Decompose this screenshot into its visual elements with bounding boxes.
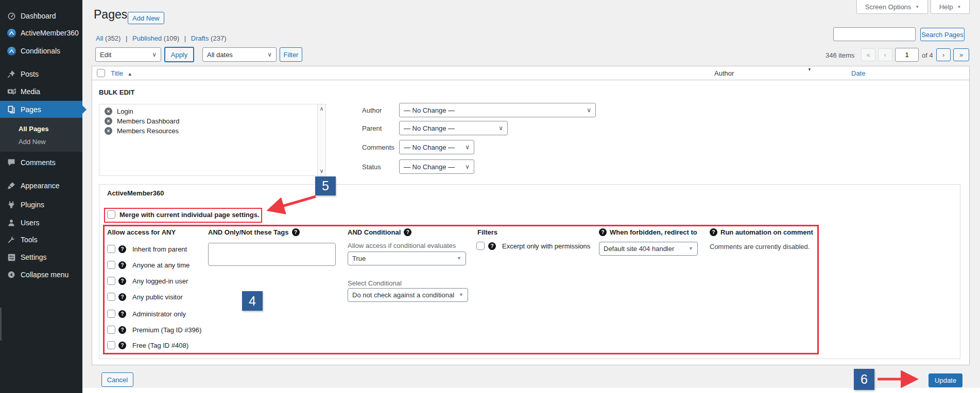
sidebar-item-label: Appearance	[21, 182, 60, 190]
sidebar-item-settings[interactable]: Settings	[0, 249, 82, 265]
help-icon[interactable]: ?	[404, 228, 411, 236]
tags-textarea[interactable]	[208, 243, 336, 266]
sidebar-item-appearance[interactable]: Appearance	[0, 178, 82, 193]
chevron-down-icon: ∨	[587, 107, 591, 113]
add-new-button[interactable]: Add New	[128, 12, 164, 24]
footer-strip	[82, 388, 980, 393]
access-option-checkbox[interactable]	[107, 341, 115, 349]
access-option-checkbox[interactable]	[107, 326, 115, 334]
access-option-checkbox[interactable]	[107, 261, 115, 269]
annotation-badge-4: 4	[242, 291, 263, 311]
access-option-checkbox[interactable]	[107, 277, 115, 285]
current-page-input[interactable]	[895, 48, 919, 62]
annotation-badge-5: 5	[315, 176, 336, 195]
view-link-all[interactable]: All (352)	[96, 34, 121, 42]
help-icon[interactable]: ?	[118, 277, 126, 285]
sort-asc-icon: ▲	[128, 72, 132, 77]
help-icon[interactable]: ?	[488, 242, 496, 250]
selected-page-item: × Login	[105, 108, 133, 115]
excerpt-only-checkbox[interactable]	[476, 242, 485, 250]
screen-options-tab[interactable]: Screen Options ▼	[856, 0, 928, 14]
chevron-down-icon: ∨	[152, 51, 157, 58]
help-icon[interactable]: ?	[118, 342, 126, 349]
select-all-checkbox[interactable]	[97, 69, 105, 77]
remove-page-icon[interactable]: ×	[105, 108, 112, 115]
help-icon[interactable]: ?	[118, 261, 126, 269]
sidebar-item-posts[interactable]: Posts	[0, 66, 82, 82]
sidebar-item-conditionals[interactable]: Conditionals	[0, 43, 82, 59]
prev-page-button[interactable]: ‹	[878, 48, 892, 61]
search-input[interactable]	[833, 27, 916, 41]
triangle-down-icon: ▼	[457, 256, 461, 261]
view-filter-links: All (352) | Published (109) | Drafts (23…	[96, 34, 226, 42]
scroll-down-icon[interactable]: ∨	[318, 168, 325, 174]
conditional-evaluates-select[interactable]: True ▼	[348, 252, 466, 265]
select-conditional-label: Select Conditional	[348, 279, 402, 287]
merge-settings-label: Merge with current individual page setti…	[119, 211, 260, 219]
sidebar-item-label: Comments	[21, 158, 56, 167]
column-header-date[interactable]: Date	[851, 69, 865, 77]
sidebar-item-label: ActiveMember360	[21, 29, 79, 37]
view-separator: |	[126, 34, 127, 42]
help-icon[interactable]: ?	[118, 293, 126, 301]
parent-select[interactable]: — No Change — ∨	[399, 121, 508, 135]
sidebar-item-activemember360[interactable]: ActiveMember360	[0, 25, 82, 41]
merge-settings-row: Merge with current individual page setti…	[107, 210, 260, 219]
sidebar-item-pages[interactable]: Pages	[0, 101, 82, 118]
wrench-icon	[6, 235, 16, 245]
chevron-down-icon: ∨	[498, 125, 503, 131]
sidebar-collapse-menu[interactable]: Collapse menu	[0, 267, 82, 282]
update-button[interactable]: Update	[929, 373, 962, 387]
access-option-row: ? Administrator only	[107, 310, 186, 318]
sidebar-item-users[interactable]: Users	[0, 215, 82, 230]
help-icon[interactable]: ?	[599, 228, 607, 236]
remove-page-icon[interactable]: ×	[105, 127, 112, 135]
plugin-icon	[6, 200, 16, 210]
column-header-title[interactable]: Title ▲	[111, 69, 132, 77]
sidebar-item-dashboard[interactable]: Dashboard	[0, 8, 82, 24]
filter-button[interactable]: Filter	[280, 47, 302, 62]
access-option-checkbox[interactable]	[107, 293, 115, 301]
access-option-checkbox[interactable]	[107, 310, 115, 318]
author-select[interactable]: — No Change — ∨	[399, 103, 596, 117]
last-page-button[interactable]: »	[953, 48, 969, 61]
field-label-status: Status	[362, 163, 381, 171]
cancel-button[interactable]: Cancel	[101, 372, 133, 387]
remove-page-icon[interactable]: ×	[105, 117, 112, 125]
first-page-button[interactable]: «	[861, 48, 875, 61]
search-pages-button[interactable]: Search Pages	[920, 28, 965, 41]
view-link-drafts[interactable]: Drafts (237)	[191, 34, 227, 42]
view-link-published[interactable]: Published (109)	[132, 34, 179, 42]
comments-icon	[6, 157, 16, 168]
automation-note: Comments are currently disabled.	[710, 243, 810, 251]
sidebar-scrollbar[interactable]	[0, 308, 2, 341]
sidebar-item-add-new[interactable]: Add New	[19, 136, 46, 147]
sidebar-item-all-pages[interactable]: All Pages	[19, 123, 49, 134]
select-conditional-select[interactable]: Do not check against a conditional ▼	[348, 288, 468, 302]
list-scrollbar[interactable]: ∧ ∨	[317, 104, 325, 175]
sidebar-item-tools[interactable]: Tools	[0, 232, 82, 247]
bulk-action-select[interactable]: Edit ∨	[95, 47, 161, 62]
date-filter-select[interactable]: All dates ∨	[202, 47, 277, 62]
access-option-checkbox[interactable]	[107, 245, 115, 253]
help-tab[interactable]: Help ▼	[931, 0, 970, 14]
redirect-select[interactable]: Default site 404 handler ▼	[599, 242, 698, 256]
sidebar-item-plugins[interactable]: Plugins	[0, 197, 82, 212]
admin-sidebar: Dashboard ActiveMember360 Conditionals P…	[0, 0, 82, 393]
next-page-button[interactable]: ›	[936, 48, 951, 61]
help-icon[interactable]: ?	[118, 245, 126, 253]
merge-settings-checkbox[interactable]	[107, 210, 115, 219]
help-icon[interactable]: ?	[292, 228, 300, 236]
help-icon[interactable]: ?	[710, 228, 717, 236]
scroll-up-icon[interactable]: ∧	[318, 105, 325, 112]
am360-logo-icon	[6, 28, 16, 38]
sidebar-item-media[interactable]: Media	[0, 84, 82, 99]
help-icon[interactable]: ?	[118, 326, 126, 334]
help-icon[interactable]: ?	[118, 310, 126, 318]
allow-access-header: Allow access for ANY	[107, 228, 176, 236]
apply-button[interactable]: Apply	[164, 47, 194, 62]
sidebar-item-comments[interactable]: Comments	[0, 155, 82, 170]
media-icon	[6, 86, 16, 97]
comments-select[interactable]: — No Change — ∨	[399, 140, 474, 154]
status-select[interactable]: — No Change — ∨	[399, 159, 474, 174]
